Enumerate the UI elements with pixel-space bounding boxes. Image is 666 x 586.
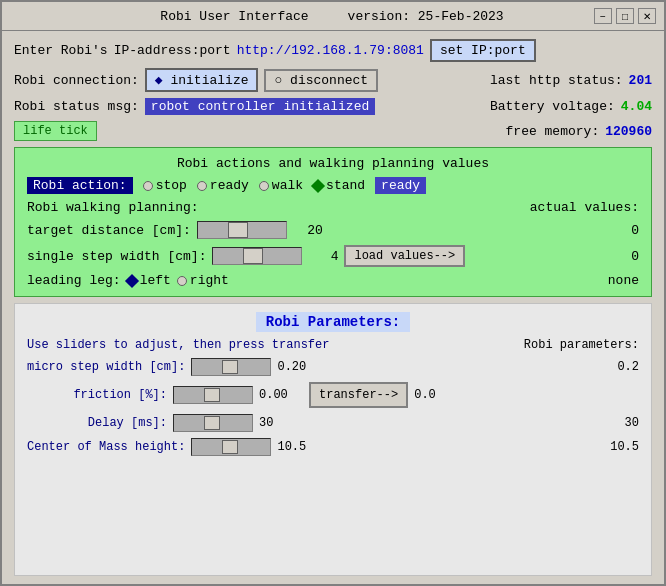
micro-step-label: micro step width [cm]: — [27, 360, 185, 374]
stop-option[interactable]: stop — [143, 178, 187, 193]
target-distance-row: target distance [cm]: 20 0 — [27, 221, 639, 239]
close-button[interactable]: ✕ — [638, 8, 656, 24]
single-step-row: single step width [cm]: 4 load values-->… — [27, 245, 639, 267]
walking-panel: Robi actions and walking planning values… — [14, 147, 652, 297]
ip-address-link[interactable]: http://192.168.1.79:8081 — [237, 43, 424, 58]
free-memory-label: free memory: — [506, 124, 600, 139]
delay-label: Delay [ms]: — [27, 416, 167, 430]
app-title: Robi User Interface — [160, 9, 308, 24]
com-label: Center of Mass height: — [27, 440, 185, 454]
window-controls: − □ ✕ — [594, 8, 656, 24]
friction-thumb — [204, 388, 220, 402]
left-diamond-icon — [125, 273, 139, 287]
stand-diamond-icon — [311, 178, 325, 192]
life-tick-badge: life tick — [14, 121, 97, 141]
left-leg-option[interactable]: left — [127, 273, 171, 288]
app-version: version: 25-Feb-2023 — [348, 9, 504, 24]
micro-step-thumb — [222, 360, 238, 374]
walking-panel-title: Robi actions and walking planning values — [27, 156, 639, 171]
delay-slider[interactable] — [173, 414, 253, 432]
single-step-value: 4 — [308, 249, 338, 264]
right-radio[interactable] — [177, 276, 187, 286]
ready-label: ready — [210, 178, 249, 193]
target-distance-slider[interactable] — [197, 221, 287, 239]
single-step-actual: 0 — [599, 249, 639, 264]
friction-robi-value: 0.0 — [414, 388, 436, 402]
micro-step-slider[interactable] — [191, 358, 271, 376]
battery-label: Battery voltage: — [490, 99, 615, 114]
leading-leg-row: leading leg: left right none — [27, 273, 639, 288]
title-bar: Robi User Interface version: 25-Feb-2023… — [2, 2, 664, 31]
set-ip-button[interactable]: set IP:port — [430, 39, 536, 62]
stand-label: stand — [326, 178, 365, 193]
action-label: Robi action: — [27, 177, 133, 194]
action-row: Robi action: stop ready walk stand r — [27, 177, 639, 194]
walk-option[interactable]: walk — [259, 178, 303, 193]
free-memory-value: 120960 — [605, 124, 652, 139]
disconnect-button[interactable]: ○ disconnect — [264, 69, 378, 92]
com-thumb — [222, 440, 238, 454]
leading-leg-label: leading leg: — [27, 273, 121, 288]
connection-row: Robi connection: ◆ initialize ○ disconne… — [14, 68, 652, 92]
content-area: Enter Robi's IP-address:port http://192.… — [2, 31, 664, 584]
right-leg-option[interactable]: right — [177, 273, 229, 288]
com-robi-value: 10.5 — [610, 440, 639, 454]
micro-step-row: micro step width [cm]: 0.20 0.2 — [27, 358, 639, 376]
delay-row: Delay [ms]: 30 30 — [27, 414, 639, 432]
single-step-thumb — [243, 248, 263, 264]
status-msg-value: robot controller initialized — [145, 98, 375, 115]
delay-thumb — [204, 416, 220, 430]
params-panel: Robi Parameters: Use sliders to adjust, … — [14, 303, 652, 576]
load-values-button[interactable]: load values--> — [344, 245, 465, 267]
friction-row: friction [%]: 0.00 transfer--> 0.0 — [27, 382, 639, 408]
friction-value: 0.00 — [259, 388, 299, 402]
left-label: left — [140, 273, 171, 288]
single-step-label: single step width [cm]: — [27, 249, 206, 264]
ip-port-label: IP-address:port — [114, 43, 231, 58]
restore-button[interactable]: □ — [616, 8, 634, 24]
params-subtitle: Use sliders to adjust, then press transf… — [27, 338, 329, 352]
walk-radio[interactable] — [259, 181, 269, 191]
window-title: Robi User Interface version: 25-Feb-2023 — [70, 9, 594, 24]
circle-icon: ○ — [274, 73, 282, 88]
target-distance-actual: 0 — [599, 223, 639, 238]
delay-robi-value: 30 — [625, 416, 639, 430]
stop-label: stop — [156, 178, 187, 193]
transfer-button[interactable]: transfer--> — [309, 382, 408, 408]
ip-row: Enter Robi's IP-address:port http://192.… — [14, 39, 652, 62]
target-distance-thumb — [228, 222, 248, 238]
connection-label: Robi connection: — [14, 73, 139, 88]
target-distance-label: target distance [cm]: — [27, 223, 191, 238]
disconnect-btn-label: disconnect — [290, 73, 368, 88]
battery-value: 4.04 — [621, 99, 652, 114]
ready-radio[interactable] — [197, 181, 207, 191]
ready-status-badge: ready — [375, 177, 426, 194]
status-row: Robi status msg: robot controller initia… — [14, 98, 652, 115]
com-slider[interactable] — [191, 438, 271, 456]
init-btn-label: initialize — [170, 73, 248, 88]
robi-params-label: Robi parameters: — [524, 338, 639, 352]
stand-option[interactable]: stand — [313, 178, 365, 193]
micro-step-value: 0.20 — [277, 360, 317, 374]
single-step-slider[interactable] — [212, 247, 302, 265]
main-window: Robi User Interface version: 25-Feb-2023… — [0, 0, 666, 586]
life-tick-row: life tick free memory: 120960 — [14, 121, 652, 141]
stop-radio[interactable] — [143, 181, 153, 191]
initialize-button[interactable]: ◆ initialize — [145, 68, 259, 92]
delay-value: 30 — [259, 416, 299, 430]
friction-label: friction [%]: — [27, 388, 167, 402]
status-msg-label: Robi status msg: — [14, 99, 139, 114]
micro-step-robi-value: 0.2 — [617, 360, 639, 374]
walking-planning-label: Robi walking planning: — [27, 200, 199, 215]
diamond-icon: ◆ — [155, 73, 163, 88]
http-status-label: last http status: — [490, 73, 623, 88]
ready-option[interactable]: ready — [197, 178, 249, 193]
params-header-row: Use sliders to adjust, then press transf… — [27, 338, 639, 352]
friction-slider[interactable] — [173, 386, 253, 404]
com-row: Center of Mass height: 10.5 10.5 — [27, 438, 639, 456]
leading-leg-actual: none — [599, 273, 639, 288]
com-value: 10.5 — [277, 440, 317, 454]
right-label: right — [190, 273, 229, 288]
minimize-button[interactable]: − — [594, 8, 612, 24]
actual-values-label: actual values: — [530, 200, 639, 215]
